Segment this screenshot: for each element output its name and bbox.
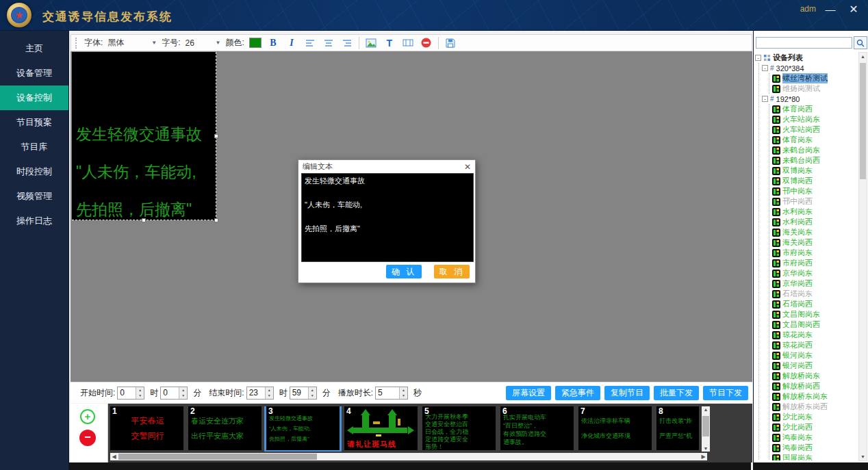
device-tree-item[interactable]: 京华岗东 xyxy=(772,268,859,278)
device-tree-item[interactable]: 邗中岗西 xyxy=(772,196,859,207)
marquee-button[interactable] xyxy=(401,36,415,50)
playlist-thumb-6[interactable]: 6扎实开展电动车“百日整治”，有效预防道路交通事故。 xyxy=(500,406,574,450)
tree-group-192*80[interactable]: -#192*80 xyxy=(762,94,859,104)
screen-settings-button[interactable]: 屏幕设置 xyxy=(506,386,551,400)
sidebar-item-device-control[interactable]: 设备控制 xyxy=(0,86,68,110)
scrollbar-thumb[interactable] xyxy=(860,63,866,179)
playlist-thumb-5[interactable]: 5大力开展秋冬季交通安全整治百日会战，全力稳定道路交通安全形势！ xyxy=(422,406,496,450)
device-tree-item[interactable]: 火车站岗东 xyxy=(772,114,859,125)
device-tree-item[interactable]: 银河岗东 xyxy=(772,350,859,361)
scroll-up-icon[interactable]: ▲ xyxy=(859,54,867,59)
start-min-stepper[interactable]: 0 ▲▼ xyxy=(160,387,188,400)
device-tree-item[interactable]: 琼花岗东 xyxy=(772,330,859,340)
device-tree-item[interactable]: 双博岗西 xyxy=(772,176,859,186)
device-tree-item[interactable]: 琼花岗西 xyxy=(772,340,859,350)
stepper-arrows[interactable]: ▲▼ xyxy=(179,387,187,399)
stepper-arrows[interactable]: ▲▼ xyxy=(136,387,144,399)
device-tree-item[interactable]: 海关岗东 xyxy=(772,227,859,237)
resize-handle-bottom[interactable] xyxy=(142,218,146,222)
device-tree-item[interactable]: 水利岗东 xyxy=(772,207,859,217)
close-button[interactable]: ✕ xyxy=(845,1,863,18)
playlist-thumb-4[interactable]: 4请礼让斑马线 xyxy=(344,406,418,450)
device-tree-item[interactable]: 京华岗西 xyxy=(772,278,859,289)
playlist-vertical-scrollbar[interactable]: ▲ ▼ xyxy=(702,406,710,452)
device-tree-item[interactable]: 来鹤台岗西 xyxy=(772,155,859,166)
device-tree-item[interactable]: 沙北岗西 xyxy=(772,422,859,432)
stepper-arrows[interactable]: ▲▼ xyxy=(399,387,407,399)
align-right-button[interactable] xyxy=(340,36,354,50)
stepper-arrows[interactable]: ▲▼ xyxy=(265,387,273,399)
tree-root[interactable]: -设备列表 xyxy=(755,53,859,63)
size-select[interactable]: 26 ▼ xyxy=(186,38,221,48)
playlist-thumb-8[interactable]: 8打击改装“炸严查严惩“机 xyxy=(656,406,699,450)
add-program-button[interactable]: + xyxy=(80,409,95,424)
duration-stepper[interactable]: 5 ▲▼ xyxy=(375,387,408,400)
playlist-thumb-3[interactable]: 3发生轻微交通事故"人未伤，车能动,先拍照，后撤离" xyxy=(266,406,340,450)
copy-program-button[interactable]: 复制节目 xyxy=(604,386,650,400)
playlist-horizontal-scrollbar[interactable]: ◀ ▶ xyxy=(110,453,707,460)
dialog-textarea[interactable]: 发生轻微交通事故 "人未伤，车能动, 先拍照，后撤离" xyxy=(301,173,474,262)
sidebar-item-program-plan[interactable]: 节目预案 xyxy=(0,110,68,135)
resize-handle-corner[interactable] xyxy=(214,218,218,222)
device-tree-item[interactable]: 双博岗东 xyxy=(772,166,859,176)
scroll-left-icon[interactable]: ◀ xyxy=(110,454,118,460)
confirm-button[interactable]: 确 认 xyxy=(386,265,422,278)
device-tree-item[interactable]: 银河岗西 xyxy=(772,361,859,371)
device-tree-item[interactable]: 解放桥东岗东 xyxy=(772,391,859,402)
playlist-thumb-1[interactable]: 1平安春运交警同行 xyxy=(110,406,183,450)
stop-button[interactable] xyxy=(420,36,433,50)
device-tree-item[interactable]: 海关岗西 xyxy=(772,237,859,248)
edit-canvas[interactable]: 发生轻微交通事故 "人未伤，车能动, 先拍照，后撤离" 编辑文本 ✕ 发生轻微交… xyxy=(71,51,752,382)
program-send-button[interactable]: 节目下发 xyxy=(703,386,748,400)
device-tree-item[interactable]: 火车站岗西 xyxy=(772,125,859,135)
sidebar-item-device-mgmt[interactable]: 设备管理 xyxy=(0,61,68,86)
device-tree-item[interactable]: 来鹤台岗东 xyxy=(772,145,859,155)
dialog-header[interactable]: 编辑文本 ✕ xyxy=(298,160,475,173)
device-tree-item[interactable]: 石塔岗西 xyxy=(772,299,859,309)
scroll-down-icon[interactable]: ▼ xyxy=(702,446,710,451)
batch-send-button[interactable]: 批量下发 xyxy=(654,386,699,400)
align-left-button[interactable] xyxy=(303,36,317,50)
device-tree-item[interactable]: 鸿泰岗东 xyxy=(772,432,859,443)
end-min-stepper[interactable]: 59 ▲▼ xyxy=(290,387,317,400)
scroll-down-icon[interactable]: ▼ xyxy=(859,454,867,459)
playlist-thumb-2[interactable]: 2春运安全连万家出行平安惠大家 xyxy=(188,406,261,450)
insert-image-button[interactable] xyxy=(364,36,378,50)
stepper-arrows[interactable]: ▲▼ xyxy=(308,387,316,399)
scroll-right-icon[interactable]: ▶ xyxy=(700,454,707,460)
device-tree-item[interactable]: 文昌阁岗西 xyxy=(772,319,859,330)
sidebar-item-program-lib[interactable]: 节目库 xyxy=(0,135,68,159)
device-tree-item[interactable]: 水利岗西 xyxy=(772,217,859,227)
font-select[interactable]: 黑体 ▼ xyxy=(107,37,157,49)
scroll-up-icon[interactable]: ▲ xyxy=(702,407,710,412)
tree-collapse-icon[interactable]: - xyxy=(762,96,768,102)
insert-text-button[interactable]: T xyxy=(383,36,396,50)
device-tree-item[interactable]: 解放桥岗东 xyxy=(772,371,859,381)
remove-program-button[interactable]: − xyxy=(79,430,96,446)
search-button[interactable] xyxy=(854,36,867,49)
tree-scrollbar[interactable]: ▲ ▼ xyxy=(858,52,867,461)
bold-button[interactable]: B xyxy=(266,36,280,50)
led-preview[interactable]: 发生轻微交通事故 "人未伤，车能动, 先拍照，后撤离" xyxy=(72,52,216,220)
sidebar-item-op-log[interactable]: 操作日志 xyxy=(0,209,68,233)
tree-collapse-icon[interactable]: - xyxy=(762,65,768,71)
device-search-input[interactable] xyxy=(756,37,852,49)
device-tree-item[interactable]: 沙北岗东 xyxy=(772,412,859,422)
tree-collapse-icon[interactable]: - xyxy=(755,55,761,61)
device-tree-item[interactable]: 鸿泰岗西 xyxy=(772,443,859,453)
start-hour-stepper[interactable]: 0 ▲▼ xyxy=(117,387,144,400)
device-tree-item[interactable]: 体育岗西 xyxy=(772,104,859,114)
device-tree-item[interactable]: 市府岗西 xyxy=(772,258,859,268)
device-tree-item[interactable]: 市府岗东 xyxy=(772,248,859,258)
scrollbar-thumb[interactable] xyxy=(118,454,317,460)
sidebar-item-video-mgmt[interactable]: 视频管理 xyxy=(0,184,68,209)
resize-handle-right[interactable] xyxy=(214,134,218,138)
sidebar-item-time-control[interactable]: 时段控制 xyxy=(0,159,68,184)
align-center-button[interactable] xyxy=(322,36,335,50)
device-tree-item[interactable]: 螺丝湾桥测试 xyxy=(772,73,859,83)
color-swatch[interactable] xyxy=(249,38,261,48)
end-hour-stepper[interactable]: 23 ▲▼ xyxy=(246,387,274,400)
italic-button[interactable]: I xyxy=(285,36,298,50)
device-tree-item[interactable]: 解放桥东岗西 xyxy=(772,402,859,412)
device-tree-item[interactable]: 体育岗东 xyxy=(772,135,859,145)
